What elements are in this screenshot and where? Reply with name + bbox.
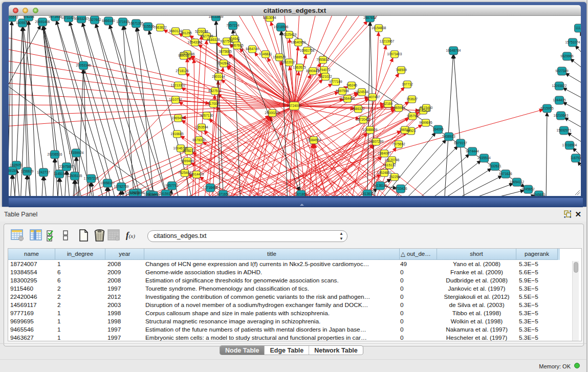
svg-text:1010752: 1010752	[169, 98, 182, 101]
svg-text:20364436: 20364436	[340, 97, 355, 100]
svg-text:3875685: 3875685	[219, 50, 232, 53]
svg-text:10958107: 10958107	[100, 181, 115, 185]
svg-text:1244415: 1244415	[553, 98, 566, 102]
svg-text:9327505: 9327505	[200, 34, 213, 38]
svg-text:25300273: 25300273	[265, 111, 280, 115]
svg-text:1535051: 1535051	[10, 163, 23, 167]
svg-text:18120746: 18120746	[385, 158, 400, 162]
svg-text:1527602: 1527602	[88, 18, 101, 21]
svg-text:1965493: 1965493	[171, 116, 185, 120]
svg-text:16154838: 16154838	[372, 26, 386, 30]
svg-text:15692971: 15692971	[557, 128, 572, 132]
svg-text:2887652: 2887652	[363, 16, 377, 19]
svg-text:1112: 1112	[575, 26, 581, 30]
svg-text:9329966: 9329966	[560, 54, 574, 58]
svg-text:196512: 196512	[399, 128, 410, 132]
svg-text:12093822: 12093822	[552, 84, 567, 87]
svg-text:3267130: 3267130	[200, 114, 213, 117]
svg-text:2886322: 2886322	[352, 107, 365, 111]
svg-text:13716485: 13716485	[203, 186, 218, 189]
svg-text:154641: 154641	[229, 37, 240, 40]
svg-text:17359924: 17359924	[69, 151, 84, 155]
svg-text:153627: 153627	[406, 97, 418, 101]
svg-text:1624534: 1624534	[355, 90, 368, 94]
svg-text:1413615: 1413615	[361, 192, 374, 195]
svg-text:18724007: 18724007	[287, 104, 302, 107]
svg-text:17016504: 17016504	[562, 143, 577, 147]
svg-text:1615132: 1615132	[383, 163, 396, 167]
svg-text:18640910: 18640910	[291, 40, 306, 44]
svg-text:8471626: 8471626	[499, 172, 512, 176]
svg-text:978254: 978254	[23, 16, 34, 18]
svg-text:8813094: 8813094	[263, 16, 276, 19]
svg-text:2367605: 2367605	[230, 43, 244, 47]
svg-text:19384554: 19384554	[307, 138, 321, 142]
svg-text:8427512: 8427512	[208, 89, 222, 93]
svg-text:8678332: 8678332	[192, 138, 206, 142]
svg-text:15720407: 15720407	[356, 118, 371, 121]
svg-text:1965981: 1965981	[392, 106, 405, 110]
svg-text:6794072: 6794072	[317, 68, 331, 72]
svg-text:5226058: 5226058	[195, 30, 208, 33]
svg-text:989016: 989016	[178, 54, 189, 57]
svg-text:16543362: 16543362	[188, 40, 203, 44]
svg-text:10654112: 10654112	[510, 180, 525, 184]
svg-text:164095: 164095	[432, 127, 444, 131]
svg-text:1405571: 1405571	[16, 21, 29, 25]
svg-text:2884067: 2884067	[378, 151, 391, 155]
svg-text:13524851: 13524851	[377, 171, 392, 174]
svg-text:14136141: 14136141	[373, 184, 388, 187]
svg-text:1371650: 1371650	[216, 192, 230, 196]
svg-text:18807299: 18807299	[369, 140, 384, 143]
svg-text:9973406: 9973406	[49, 16, 62, 18]
svg-text:9099489: 9099489	[181, 159, 194, 163]
svg-text:8215955: 8215955	[540, 106, 554, 110]
svg-text:3915933: 3915933	[159, 192, 172, 195]
svg-text:7515526: 7515526	[141, 25, 155, 28]
svg-text:6497508: 6497508	[336, 89, 349, 93]
svg-text:16210643: 16210643	[554, 114, 569, 117]
svg-text:6879197: 6879197	[454, 141, 467, 145]
svg-text:114519: 114519	[54, 172, 65, 176]
svg-text:1921861: 1921861	[294, 192, 308, 196]
svg-text:9227349: 9227349	[555, 69, 569, 73]
svg-text:935794: 935794	[407, 114, 418, 118]
svg-text:1353594: 1353594	[195, 125, 208, 129]
svg-text:39159: 39159	[9, 169, 17, 172]
svg-text:5938923: 5938923	[442, 135, 455, 138]
svg-text:2935514: 2935514	[477, 156, 491, 160]
svg-text:10407487: 10407487	[365, 95, 380, 99]
svg-text:20206516: 20206516	[48, 152, 62, 156]
svg-text:1405572: 1405572	[9, 16, 18, 19]
svg-text:2718126: 2718126	[176, 69, 189, 73]
svg-text:1242737: 1242737	[37, 170, 50, 174]
svg-text:9857791: 9857791	[165, 184, 179, 187]
svg-text:1362615: 1362615	[293, 65, 306, 69]
svg-text:16648784: 16648784	[446, 49, 461, 52]
svg-text:9115460: 9115460	[420, 106, 433, 110]
svg-text:12213967: 12213967	[380, 39, 395, 43]
svg-text:748509: 748509	[396, 68, 407, 72]
svg-text:7955812: 7955812	[316, 58, 330, 61]
svg-text:1678276: 1678276	[147, 193, 160, 196]
svg-text:746246: 746246	[346, 83, 357, 87]
svg-text:7975692: 7975692	[392, 142, 405, 146]
svg-text:1733426: 1733426	[394, 187, 407, 190]
svg-text:16914479: 16914479	[189, 172, 204, 176]
svg-text:10688609: 10688609	[363, 128, 378, 132]
svg-text:197712: 197712	[402, 82, 413, 86]
svg-text:8322037: 8322037	[282, 60, 296, 64]
svg-text:10853287: 10853287	[74, 17, 89, 20]
svg-text:12505135: 12505135	[68, 174, 82, 178]
svg-text:62160: 62160	[383, 102, 393, 105]
svg-text:9699695: 9699695	[419, 121, 432, 124]
svg-text:9777169: 9777169	[329, 80, 342, 83]
svg-text:16782759: 16782759	[114, 185, 129, 188]
svg-text:9245652: 9245652	[521, 187, 535, 191]
svg-text:16961758: 16961758	[300, 49, 315, 52]
svg-text:1621022: 1621022	[319, 75, 332, 78]
svg-text:20691406: 20691406	[35, 20, 50, 24]
svg-text:8186328: 8186328	[207, 38, 220, 41]
svg-text:4498222: 4498222	[182, 149, 195, 152]
svg-text:16033809: 16033809	[209, 16, 224, 18]
